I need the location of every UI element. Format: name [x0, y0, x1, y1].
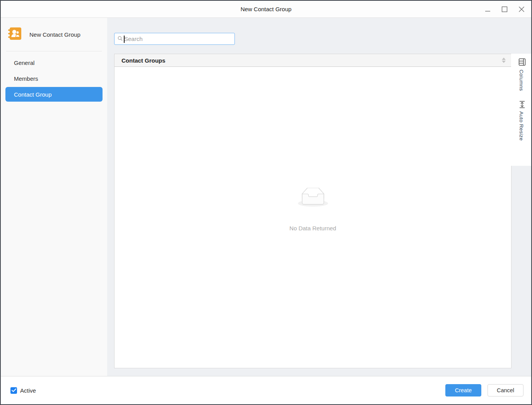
- auto-resize-button[interactable]: Auto Resize: [518, 101, 525, 141]
- auto-resize-icon: [518, 101, 525, 108]
- sort-arrows-icon[interactable]: [502, 58, 507, 63]
- active-checkbox-label: Active: [20, 387, 36, 394]
- sidebar-item-contact-group[interactable]: Contact Group: [5, 87, 103, 102]
- empty-state: No Data Returned: [289, 188, 336, 231]
- table-body: No Data Returned: [115, 67, 511, 368]
- footer-bar: Active Create Cancel: [1, 376, 531, 404]
- contact-group-book-icon: [8, 27, 22, 42]
- maximize-icon[interactable]: [499, 3, 510, 15]
- sidebar-header: New Contact Group: [5, 26, 103, 43]
- close-icon[interactable]: [516, 3, 527, 15]
- columns-button[interactable]: Columns: [518, 58, 525, 91]
- sidebar: New Contact Group General Members Contac…: [1, 18, 107, 376]
- columns-icon: [517, 58, 526, 66]
- table-side-toolbar: Columns Auto Resize: [511, 54, 531, 166]
- cancel-button[interactable]: Cancel: [488, 384, 523, 396]
- sidebar-divider: [6, 51, 102, 51]
- sidebar-item-members[interactable]: Members: [5, 71, 103, 86]
- active-checkbox-group: Active: [10, 387, 36, 394]
- footer-buttons: Create Cancel: [445, 384, 523, 396]
- main-panel: Contact Groups: [107, 18, 531, 376]
- content-area: New Contact Group General Members Contac…: [1, 18, 531, 376]
- column-header-contact-groups[interactable]: Contact Groups: [121, 57, 165, 64]
- create-button[interactable]: Create: [445, 384, 481, 396]
- window-controls: [482, 1, 527, 18]
- titlebar: New Contact Group: [1, 1, 531, 18]
- auto-resize-label: Auto Resize: [518, 111, 524, 141]
- active-checkbox[interactable]: [10, 387, 17, 394]
- window-title: New Contact Group: [241, 6, 292, 12]
- search-input[interactable]: [123, 36, 234, 42]
- search-icon: [118, 36, 123, 43]
- empty-tray-icon: [298, 188, 328, 209]
- new-contact-group-window: New Contact Group: [0, 0, 532, 405]
- contact-groups-table: Contact Groups: [114, 54, 511, 368]
- sidebar-title: New Contact Group: [29, 31, 80, 38]
- table-header-row[interactable]: Contact Groups: [115, 54, 511, 67]
- text-caret: [124, 36, 125, 43]
- columns-label: Columns: [518, 70, 524, 91]
- empty-state-text: No Data Returned: [289, 225, 336, 231]
- search-box[interactable]: [114, 33, 235, 45]
- minimize-icon[interactable]: [482, 3, 493, 15]
- sidebar-item-general[interactable]: General: [5, 55, 103, 70]
